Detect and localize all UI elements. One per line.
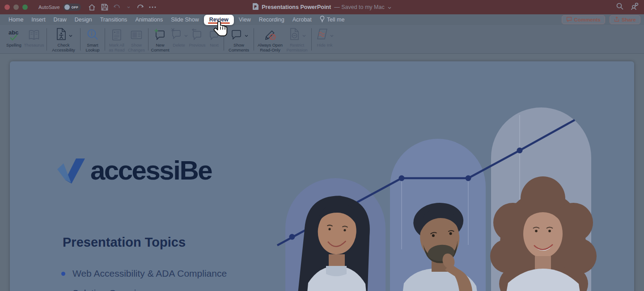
- delete-comment-icon: [170, 27, 183, 43]
- redo-icon[interactable]: [136, 4, 144, 11]
- autosave-toggle[interactable]: OFF: [63, 4, 81, 11]
- minimize-window-button[interactable]: [13, 4, 19, 10]
- check-accessibility-button[interactable]: CheckAccessibility: [49, 28, 78, 52]
- mark-all-read-icon: [110, 28, 123, 42]
- ribbon-group-divider: [148, 28, 148, 51]
- close-window-button[interactable]: [4, 4, 10, 10]
- slide-canvas[interactable]: accessiBe Presentation Topics Web Access…: [10, 61, 634, 291]
- ribbon-group-divider: [80, 28, 80, 51]
- bullet-item[interactable]: Solution Overview: [61, 288, 148, 291]
- hand-cursor: [213, 21, 229, 38]
- tab-view[interactable]: View: [235, 14, 255, 25]
- accessibe-logo-text: accessiBe: [90, 155, 212, 186]
- accessibe-logo-mark: [56, 158, 86, 184]
- more-icon[interactable]: [149, 6, 156, 8]
- show-changes-button[interactable]: ShowChanges: [127, 28, 146, 52]
- autosave-toggle-knob: [64, 4, 70, 10]
- tab-slide-show[interactable]: Slide Show: [167, 14, 203, 25]
- search-icon[interactable]: [616, 3, 623, 12]
- lightbulb-icon: [320, 16, 325, 24]
- new-comment-icon: [153, 28, 167, 42]
- previous-comment-icon: [191, 28, 203, 42]
- undo-icon[interactable]: [114, 4, 122, 11]
- delete-comment-button[interactable]: Delete: [170, 28, 188, 48]
- title-chevron-icon[interactable]: [388, 4, 391, 10]
- comments-button[interactable]: Comments: [562, 15, 605, 24]
- powerpoint-doc-icon: [253, 3, 258, 12]
- restrict-permission-icon: [288, 27, 301, 43]
- share-icon: [614, 17, 619, 23]
- tab-insert[interactable]: Insert: [27, 14, 49, 25]
- autosave-label: AutoSave: [38, 4, 60, 10]
- chevron-down-icon: [184, 31, 188, 39]
- restrict-permission-button[interactable]: RestrictPermission: [284, 28, 309, 52]
- ribbon: abc Spelling Thesaurus CheckAccessibilit…: [0, 25, 644, 54]
- arch-shape-1: [285, 178, 386, 291]
- slide-heading[interactable]: Presentation Topics: [63, 235, 186, 250]
- tab-recording[interactable]: Recording: [255, 14, 288, 25]
- workspace: accessiBe Presentation Topics Web Access…: [0, 54, 644, 291]
- thesaurus-icon: [27, 28, 41, 42]
- chevron-down-icon: [302, 31, 306, 39]
- arch-shape-3: [491, 107, 591, 291]
- tab-tell-me[interactable]: Tell me: [316, 14, 349, 25]
- comment-bubble-icon: [566, 17, 572, 23]
- smart-lookup-button[interactable]: SmartLookup: [82, 28, 103, 52]
- mark-all-as-read-button[interactable]: Mark Allas Read: [107, 28, 127, 52]
- hide-ink-button[interactable]: Hide Ink: [314, 28, 336, 48]
- show-comments-icon: [230, 27, 243, 43]
- document-title: Presentations PowerPoint: [262, 4, 331, 10]
- tab-transitions[interactable]: Transitions: [96, 14, 131, 25]
- new-comment-button[interactable]: NewComment: [150, 28, 170, 52]
- show-comments-button[interactable]: ShowComments: [226, 28, 252, 52]
- ribbon-group-divider: [47, 28, 47, 51]
- accessibe-logo: accessiBe: [56, 155, 212, 186]
- home-icon[interactable]: [88, 4, 96, 11]
- window-controls: [4, 4, 28, 10]
- zoom-window-button[interactable]: [22, 4, 28, 10]
- tab-acrobat[interactable]: Acrobat: [288, 14, 316, 25]
- hide-ink-icon: [316, 27, 329, 43]
- autosave-control: AutoSave OFF: [38, 4, 81, 11]
- ribbon-group-divider: [105, 28, 105, 51]
- always-open-read-only-button[interactable]: Always OpenRead-Only: [256, 28, 284, 52]
- share-button[interactable]: Share: [610, 15, 640, 24]
- svg-text:abc: abc: [8, 29, 18, 36]
- ribbon-tabbar: Home Insert Draw Design Transitions Anim…: [0, 14, 644, 25]
- document-save-status[interactable]: — Saved to my Mac: [334, 4, 385, 10]
- tab-draw[interactable]: Draw: [50, 14, 71, 25]
- undo-chevron-icon[interactable]: [127, 6, 130, 9]
- chevron-down-icon: [69, 31, 72, 39]
- ribbon-group-divider: [254, 28, 254, 51]
- presence-people-icon[interactable]: [631, 3, 639, 12]
- chevron-down-icon: [245, 31, 248, 39]
- save-icon[interactable]: [101, 4, 108, 11]
- check-accessibility-icon: [55, 27, 68, 43]
- thesaurus-button[interactable]: Thesaurus: [23, 28, 45, 48]
- arch-shape-2: [390, 139, 486, 291]
- tab-animations[interactable]: Animations: [131, 14, 167, 25]
- smart-lookup-icon: [86, 28, 99, 42]
- tab-design[interactable]: Design: [71, 14, 96, 25]
- bullet-item[interactable]: Web Accessibility & ADA Compliance: [61, 268, 227, 279]
- show-changes-icon: [130, 28, 143, 42]
- spelling-icon: abc: [7, 28, 21, 42]
- always-open-read-only-icon: [263, 28, 277, 42]
- bullet-dot: [61, 272, 65, 276]
- tab-home[interactable]: Home: [4, 14, 27, 25]
- chevron-down-icon: [330, 31, 334, 39]
- ribbon-group-divider: [311, 28, 312, 51]
- previous-comment-button[interactable]: Previous: [188, 28, 207, 48]
- titlebar: AutoSave OFF Presentations PowerPoint — …: [0, 0, 644, 14]
- autosave-state: OFF: [72, 6, 79, 9]
- spelling-button[interactable]: abc Spelling: [4, 28, 23, 48]
